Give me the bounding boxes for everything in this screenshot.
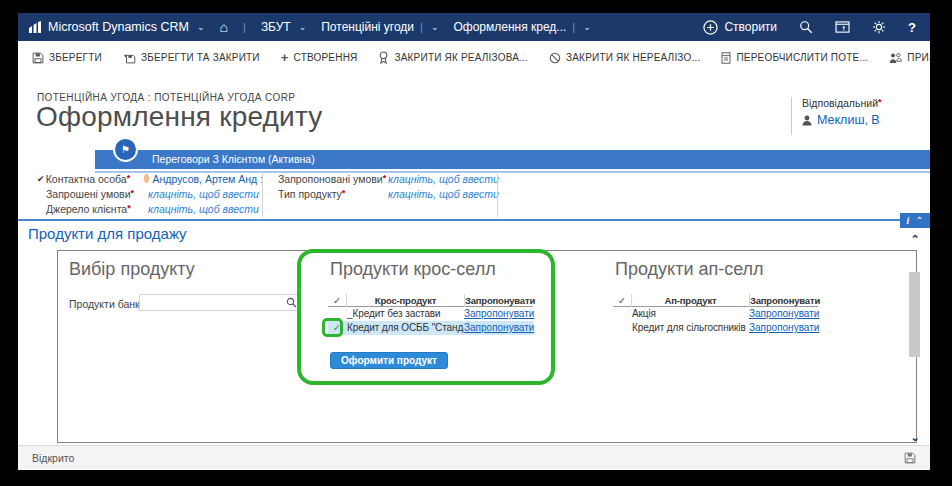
assign-people-icon <box>889 52 902 64</box>
save-close-icon <box>123 52 136 64</box>
create-label: Створити <box>724 20 777 34</box>
create-button[interactable]: Створити <box>703 20 777 35</box>
field-label: Джерело клієнта* <box>46 203 148 215</box>
prohibited-icon <box>549 52 561 64</box>
field-label: Запрошені умови* <box>46 188 148 200</box>
assign-button[interactable]: ПРИЗНАЧИТИ <box>889 52 930 64</box>
nav-entity-label: Потенційні угоди <box>321 20 414 34</box>
completed-check-icon: ✔ <box>37 174 46 184</box>
form-divider <box>497 172 498 217</box>
divider: | <box>572 21 575 33</box>
save-and-close-button[interactable]: ЗБЕРЕГТИ ТА ЗАКРИТИ <box>123 52 260 64</box>
field-label: Тип продукту* <box>278 188 388 200</box>
chevron-down-icon: ⌄ <box>431 22 439 32</box>
field-requested-terms: Запрошені умови* клацніть, щоб ввести <box>37 186 263 201</box>
up-sell-table: ✓ Ап-продукт Запропонувати Акція Запропо… <box>613 294 818 335</box>
process-stage-bar[interactable]: Переговори З Клієнтом (Активна) <box>95 150 930 169</box>
home-icon[interactable]: ⌂ <box>220 19 228 35</box>
app-brand[interactable]: Microsoft Dynamics CRM ⌄ <box>28 20 205 34</box>
recalculate-label: ПЕРЕОБЧИСЛИТИ ПОТЕ... <box>736 52 868 63</box>
field-label: Контактна особа* <box>46 173 144 185</box>
column-product: Крос-продукт <box>346 294 464 307</box>
product-name: Акція <box>631 307 749 321</box>
dynamics-logo-icon <box>28 21 42 33</box>
close-as-lost-button[interactable]: ЗАКРИТИ ЯК НЕРЕАЛІЗО... <box>549 52 700 64</box>
table-header: ✓ Крос-продукт Запропонувати <box>328 294 533 307</box>
ribbon-icon <box>378 51 389 64</box>
divider: | <box>243 21 246 33</box>
info-icon: i <box>906 215 909 226</box>
table-row[interactable]: Акція Запропонувати <box>613 307 818 321</box>
close-lost-label: ЗАКРИТИ ЯК НЕРЕАЛІЗО... <box>566 52 700 63</box>
owner-label: Відповідальний* <box>802 97 930 109</box>
form-divider <box>262 172 263 217</box>
advanced-find-icon[interactable] <box>835 21 850 34</box>
process-stage-icon[interactable]: ⚑ <box>115 139 136 160</box>
chevron-down-icon: ⌄ <box>583 22 591 32</box>
save-close-label: ЗБЕРЕГТИ ТА ЗАКРИТИ <box>141 52 260 63</box>
issue-product-button[interactable]: Оформити продукт <box>330 352 448 369</box>
column-action: Запропонувати <box>749 294 818 307</box>
crm-window: Microsoft Dynamics CRM ⌄ ⌂ | ЗБУТ ⌄ Поте… <box>18 13 930 470</box>
close-won-label: ЗАКРИТИ ЯК РЕАЛІЗОВА... <box>394 52 528 63</box>
bank-products-label: Продукти банку <box>69 298 145 310</box>
calculator-icon <box>721 52 731 64</box>
vertical-scrollbar: ⌃ ⌄ <box>906 233 924 445</box>
search-icon[interactable] <box>799 20 813 34</box>
click-to-enter-value[interactable]: клацніть, щоб ввести <box>388 173 499 185</box>
up-sell-heading: Продукти ап-селл <box>615 259 764 280</box>
propose-link[interactable]: Запропонувати <box>464 322 534 333</box>
click-to-enter-value[interactable]: клацніть, щоб ввести <box>148 203 259 215</box>
field-product-type: Тип продукту* клацніть, щоб ввести <box>278 186 510 201</box>
chevron-down-icon: ⌄ <box>197 22 205 32</box>
nav-area-sales[interactable]: ЗБУТ ⌄ <box>261 20 306 34</box>
save-button[interactable]: ЗБЕРЕГТИ <box>32 52 102 64</box>
command-bar: ЗБЕРЕГТИ ЗБЕРЕГТИ ТА ЗАКРИТИ + СТВОРЕННЯ… <box>18 41 930 74</box>
table-header: ✓ Ап-продукт Запропонувати <box>613 294 818 307</box>
status-bar: Відкрито <box>18 445 930 469</box>
plus-circle-icon <box>703 20 718 35</box>
bank-products-input[interactable] <box>139 294 300 311</box>
propose-link[interactable]: Запропонувати <box>464 308 534 319</box>
avatar <box>144 174 149 183</box>
recalculate-button[interactable]: ПЕРЕОБЧИСЛИТИ ПОТЕ... <box>721 52 868 64</box>
divider: | <box>420 21 423 33</box>
click-to-enter-value[interactable]: клацніть, щоб ввести <box>148 188 259 200</box>
process-stage-label: Переговори З Клієнтом (Активна) <box>152 153 315 165</box>
gear-icon[interactable] <box>872 20 886 34</box>
collapse-tab[interactable]: i ⌃ <box>900 213 930 228</box>
scrollbar-thumb[interactable] <box>909 272 920 357</box>
table-row[interactable]: _Кредит без застави Запропонувати <box>328 307 533 321</box>
chevron-up-icon: ⌃ <box>915 215 923 226</box>
table-row[interactable]: Кредит для сільгоспників Запропонувати <box>613 321 818 335</box>
scroll-down-icon[interactable]: ⌄ <box>906 431 924 445</box>
new-button[interactable]: + СТВОРЕННЯ <box>281 52 358 63</box>
field-client-source: Джерело клієнта* клацніть, щоб ввести <box>37 201 263 216</box>
contact-lookup[interactable]: Андрусов, Артем Анд : <box>144 173 263 185</box>
section-divider-line <box>18 219 930 221</box>
owner-lookup[interactable]: Меклиш, В <box>802 113 930 127</box>
unsaved-disk-icon <box>904 452 916 464</box>
required-marker: * <box>878 97 882 107</box>
table-row-selected[interactable]: ✓ Кредит для ОСББ "Стандарт" Запропонува… <box>328 321 533 335</box>
help-icon[interactable]: ? <box>908 20 916 35</box>
assign-label: ПРИЗНАЧИТИ <box>907 52 930 63</box>
status-text: Відкрито <box>32 452 904 464</box>
page-title: Оформлення кредиту <box>36 101 323 133</box>
nav-record-current[interactable]: Оформлення кред... | ⌄ <box>453 20 590 34</box>
field-label: Запропоновані умови* <box>278 173 388 185</box>
click-to-enter-value[interactable]: клацніть, щоб ввести <box>388 188 499 200</box>
nav-area-label: ЗБУТ <box>261 20 291 34</box>
close-as-won-button[interactable]: ЗАКРИТИ ЯК РЕАЛІЗОВА... <box>378 51 528 64</box>
lookup-search-icon[interactable] <box>286 297 297 308</box>
propose-link[interactable]: Запропонувати <box>749 308 819 319</box>
product-select-heading: Вибір продукту <box>69 259 195 280</box>
owner-field: Відповідальний* Меклиш, В <box>791 97 930 135</box>
section-title: Продукти для продажу <box>28 225 187 242</box>
scroll-up-icon[interactable]: ⌃ <box>906 233 924 247</box>
save-label: ЗБЕРЕГТИ <box>49 52 102 63</box>
nav-entity-opportunities[interactable]: Потенційні угоди | ⌄ <box>321 20 438 34</box>
nav-record-label: Оформлення кред... <box>453 20 566 34</box>
owner-name: Меклиш, В <box>817 113 880 127</box>
propose-link[interactable]: Запропонувати <box>749 322 819 333</box>
